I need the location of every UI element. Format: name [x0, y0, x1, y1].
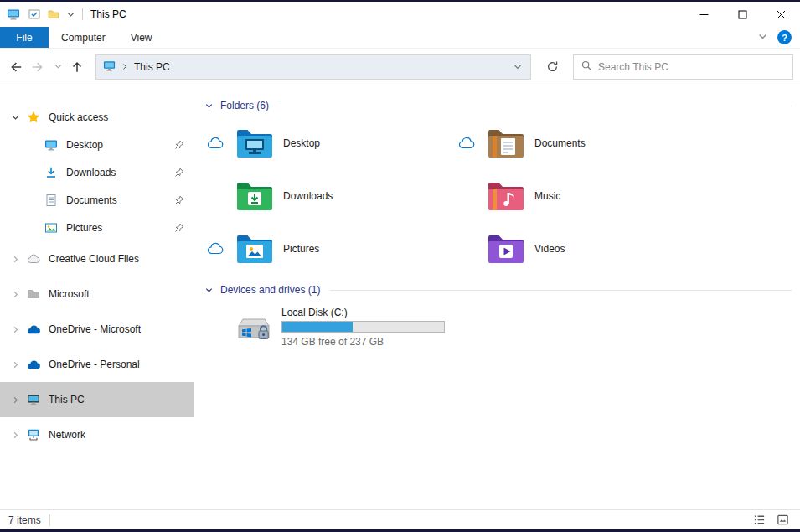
capacity-bar-fill [282, 322, 353, 332]
desktop-icon [44, 137, 59, 152]
titlebar-separator [82, 8, 83, 20]
sidebar-item-documents[interactable]: Documents [0, 186, 194, 214]
sidebar-item-onedrive-personal[interactable]: OneDrive - Personal [0, 347, 194, 382]
forward-button[interactable] [27, 55, 50, 79]
chevron-right-icon[interactable] [10, 395, 20, 405]
folders-grid: Desktop Documents Download [206, 121, 792, 271]
folder-tile-music[interactable]: Music [457, 173, 709, 219]
downloads-folder-icon [235, 176, 275, 216]
folder-icon [26, 287, 41, 302]
drive-free-space: 134 GB free of 237 GB [281, 336, 445, 348]
window-title: This PC [90, 8, 126, 20]
videos-folder-icon [486, 229, 526, 269]
up-button[interactable] [65, 55, 89, 79]
folder-tile-desktop[interactable]: Desktop [206, 121, 457, 166]
onedrive-status-icon [457, 135, 476, 152]
group-header-devices-and-drives[interactable]: Devices and drives (1) [204, 281, 792, 298]
chevron-right-icon[interactable] [10, 255, 20, 264]
navigation-bar: This PC [0, 49, 800, 85]
onedrive-cloud-icon [26, 357, 41, 372]
pictures-folder-icon [235, 229, 275, 269]
help-icon[interactable]: ? [777, 30, 792, 44]
sidebar-item-pictures[interactable]: Pictures [0, 214, 194, 241]
search-icon [581, 59, 592, 74]
navigation-pane: Quick access Desktop Downloads [0, 85, 194, 509]
refresh-icon[interactable] [538, 55, 566, 79]
statusbar: 7 items [0, 509, 800, 529]
sidebar-item-microsoft[interactable]: Microsoft [0, 276, 194, 312]
chevron-right-icon[interactable] [10, 431, 20, 440]
chevron-right-icon[interactable] [10, 325, 20, 334]
customize-dropdown-icon[interactable] [67, 11, 75, 18]
pin-icon [174, 168, 184, 178]
downloads-icon [44, 165, 59, 180]
pictures-icon [44, 220, 59, 235]
sidebar-item-downloads[interactable]: Downloads [0, 158, 194, 186]
sidebar-item-desktop[interactable]: Desktop [0, 131, 194, 158]
chevron-right-icon[interactable] [10, 290, 20, 299]
this-pc-icon [7, 8, 20, 21]
file-explorer-window: This PC File Computer View ? [0, 0, 800, 532]
chevron-right-icon[interactable] [10, 360, 20, 369]
local-disk-icon [233, 307, 273, 348]
items-count: 7 items [8, 514, 41, 526]
main-area: Quick access Desktop Downloads [0, 85, 800, 509]
search-box[interactable] [573, 54, 793, 80]
titlebar: This PC [0, 2, 800, 27]
recent-locations-dropdown-icon[interactable] [50, 55, 65, 79]
folder-tile-documents[interactable]: Documents [457, 121, 709, 166]
sidebar-item-onedrive-microsoft[interactable]: OneDrive - Microsoft [0, 312, 194, 347]
new-folder-icon[interactable] [48, 8, 59, 20]
desktop-folder-icon [235, 123, 275, 163]
large-icons-view-icon[interactable] [773, 512, 792, 529]
this-pc-icon [26, 392, 41, 407]
sidebar-item-creative-cloud-files[interactable]: Creative Cloud Files [0, 241, 194, 276]
onedrive-cloud-icon [26, 322, 41, 337]
drive-name: Local Disk (C:) [281, 307, 445, 318]
folder-tile-pictures[interactable]: Pictures [206, 226, 457, 271]
window-controls [684, 2, 800, 27]
tab-view[interactable]: View [118, 27, 165, 48]
drive-tile-local-disk-c[interactable]: Local Disk (C:) 134 GB free of 237 GB [233, 307, 792, 348]
group-rule [279, 106, 792, 106]
chevron-down-icon[interactable] [204, 286, 214, 295]
chevron-down-icon[interactable] [204, 101, 214, 111]
chevron-down-icon[interactable] [10, 113, 20, 122]
close-button[interactable] [761, 2, 800, 27]
onedrive-status-icon [206, 240, 225, 257]
onedrive-status-icon [206, 135, 225, 152]
sidebar-item-quick-access[interactable]: Quick access [0, 104, 194, 131]
view-toggle-group [750, 512, 792, 529]
creative-cloud-icon [26, 251, 41, 266]
documents-folder-icon [486, 123, 526, 163]
maximize-button[interactable] [723, 2, 761, 27]
this-pc-icon [103, 59, 116, 75]
breadcrumb-segment[interactable]: This PC [134, 61, 170, 73]
sidebar-item-this-pc[interactable]: This PC [0, 382, 194, 417]
ribbon-collapse-chevron-icon[interactable] [758, 32, 767, 44]
pin-icon [174, 195, 184, 205]
tab-file[interactable]: File [0, 27, 49, 48]
music-folder-icon [486, 176, 526, 216]
properties-check-icon[interactable] [28, 8, 40, 20]
file-list-pane: Folders (6) Desktop [194, 85, 800, 509]
ribbon-right-controls: ? [758, 27, 800, 48]
pin-icon [174, 223, 184, 233]
quick-access-toolbar [28, 8, 75, 20]
address-bar[interactable]: This PC [95, 54, 531, 80]
back-button[interactable] [3, 55, 27, 79]
folder-tile-downloads[interactable]: Downloads [206, 173, 457, 219]
address-history-dropdown-icon[interactable] [507, 55, 529, 79]
address-breadcrumb[interactable]: This PC [103, 56, 175, 78]
tab-computer[interactable]: Computer [49, 27, 118, 48]
capacity-bar [281, 321, 445, 333]
pin-icon [174, 140, 184, 150]
search-input[interactable] [598, 61, 786, 73]
details-view-icon[interactable] [750, 512, 768, 529]
statusbar-separator [49, 514, 50, 526]
sidebar-item-network[interactable]: Network [0, 417, 194, 452]
minimize-button[interactable] [684, 2, 723, 27]
folder-tile-videos[interactable]: Videos [457, 226, 709, 271]
breadcrumb-chevron-icon[interactable] [121, 61, 128, 73]
group-header-folders[interactable]: Folders (6) [204, 97, 792, 114]
